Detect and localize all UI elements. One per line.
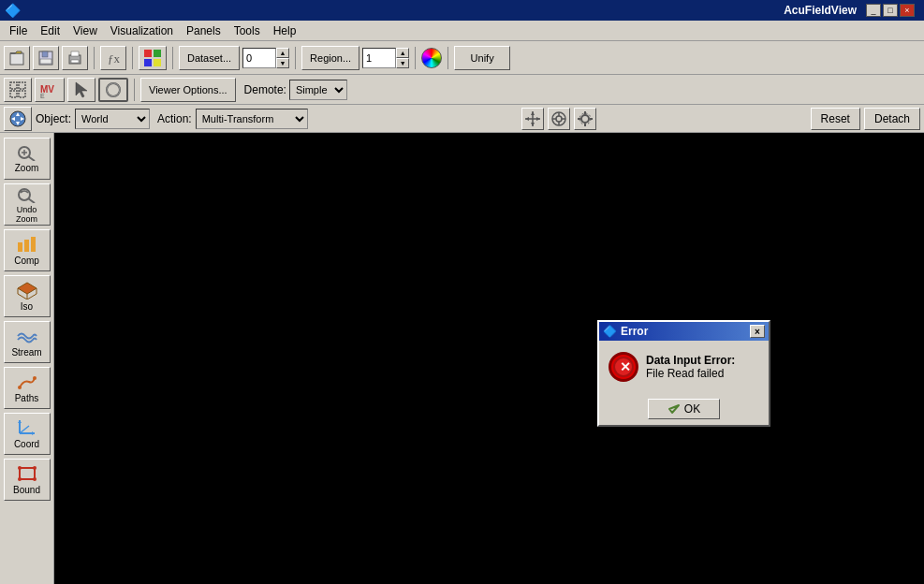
translate-icon[interactable] — [521, 108, 544, 130]
demote-select[interactable]: Simple Normal Full — [289, 80, 347, 100]
object-bar: Object: World Action: Multi-Transform Tr… — [0, 105, 924, 133]
dialog-title-icon: 🔷 — [603, 325, 617, 338]
open-file-btn[interactable] — [4, 46, 30, 70]
viewer-options-label: Viewer Options... — [149, 84, 227, 95]
palette-icon — [143, 49, 162, 67]
minimize-btn[interactable]: _ — [866, 4, 881, 17]
iso-label: Iso — [21, 301, 33, 312]
separator3 — [172, 47, 173, 69]
region-up-btn[interactable]: ▲ — [396, 48, 409, 58]
svg-marker-19 — [76, 82, 87, 97]
stream-btn[interactable]: Stream — [4, 321, 51, 363]
svg-point-72 — [33, 477, 37, 481]
menu-tools[interactable]: Tools — [228, 22, 266, 39]
unify-label: Unify — [471, 52, 494, 64]
svg-point-21 — [107, 83, 120, 96]
ok-btn[interactable]: OK — [648, 399, 720, 419]
select-btn[interactable] — [4, 78, 32, 102]
rotate-icon[interactable] — [548, 108, 570, 130]
function-btn[interactable]: ƒx — [100, 46, 126, 70]
region-btn[interactable]: Region... — [301, 46, 359, 70]
unify-btn[interactable]: Unify — [454, 46, 510, 70]
menu-view[interactable]: View — [67, 22, 103, 39]
demote-label: Demote: — [244, 83, 286, 96]
zoom-btn[interactable]: Zoom — [4, 138, 51, 180]
bound-label: Bound — [13, 485, 40, 495]
cursor-btn[interactable] — [67, 78, 95, 102]
svg-rect-11 — [144, 59, 152, 66]
circle-btn[interactable] — [98, 78, 128, 102]
reset-label: Reset — [821, 112, 850, 125]
save-btn[interactable] — [33, 46, 59, 70]
svg-rect-4 — [40, 59, 51, 64]
svg-marker-32 — [536, 117, 540, 121]
svg-marker-55 — [18, 283, 37, 294]
menu-edit[interactable]: Edit — [35, 22, 66, 39]
separator1 — [94, 47, 95, 69]
svg-rect-42 — [584, 124, 586, 126]
paths-btn[interactable]: Paths — [4, 367, 51, 409]
app-icon: 🔷 — [5, 3, 21, 18]
stream-label: Stream — [11, 347, 41, 358]
svg-rect-9 — [144, 50, 152, 57]
menu-help[interactable]: Help — [268, 22, 302, 39]
dataset-spinner: ▲ ▼ — [276, 48, 289, 68]
iso-icon — [16, 281, 38, 299]
error-line1: Data Input Error: — [646, 354, 735, 367]
dataset-down-btn[interactable]: ▼ — [276, 58, 289, 68]
dataset-up-btn[interactable]: ▲ — [276, 48, 289, 58]
coord-icon — [16, 418, 38, 437]
action-select[interactable]: Multi-Transform Transform Rotate — [196, 109, 308, 129]
cursor-icon — [72, 80, 91, 99]
title-bar: 🔷 AcuFieldView _ □ × — [0, 0, 924, 21]
close-icon: × — [755, 327, 760, 337]
svg-rect-44 — [590, 118, 593, 120]
dialog-close-btn[interactable]: × — [750, 325, 765, 338]
region-input[interactable] — [362, 48, 396, 68]
reset-btn[interactable]: Reset — [811, 108, 860, 130]
svg-rect-3 — [42, 51, 48, 57]
svg-marker-75 — [669, 405, 679, 413]
svg-point-62 — [33, 376, 37, 380]
dataset-input-group: ▲ ▼ — [242, 48, 289, 68]
svg-point-34 — [556, 116, 562, 122]
undo-zoom-btn[interactable]: UndoZoom — [4, 183, 51, 226]
dataset-btn[interactable]: Dataset... — [179, 46, 240, 70]
close-btn[interactable]: × — [900, 4, 915, 17]
svg-rect-43 — [578, 118, 580, 120]
multi-view-btn[interactable]: MV E — [35, 78, 65, 102]
menu-panels[interactable]: Panels — [181, 22, 227, 39]
dataset-input[interactable] — [242, 48, 276, 68]
svg-text:E: E — [40, 93, 45, 99]
action-label: Action: — [157, 112, 192, 125]
coord-label: Coord — [14, 439, 39, 449]
comp-icon — [16, 235, 38, 254]
print-icon — [66, 50, 83, 66]
palette-btn[interactable] — [139, 46, 167, 70]
object-nav-btn[interactable] — [4, 107, 32, 131]
maximize-btn[interactable]: □ — [883, 4, 898, 17]
coord-btn[interactable]: Coord — [4, 413, 51, 455]
separator5 — [415, 47, 416, 69]
bound-btn[interactable]: Bound — [4, 459, 51, 501]
undo-zoom-icon — [16, 186, 38, 203]
stream-icon — [16, 327, 38, 345]
dialog-title: Error — [621, 325, 648, 338]
canvas-area: 🔷 Error × ✕ Data Input Error: File Read … — [54, 133, 924, 584]
colormap-icon[interactable] — [421, 48, 442, 68]
region-down-btn[interactable]: ▼ — [396, 58, 409, 68]
settings-icon[interactable] — [574, 108, 596, 130]
svg-line-59 — [18, 294, 27, 299]
print-btn[interactable] — [62, 46, 88, 70]
object-select[interactable]: World — [75, 109, 150, 129]
comp-btn[interactable]: Comp — [4, 229, 51, 271]
svg-rect-16 — [19, 91, 25, 97]
svg-marker-30 — [531, 123, 535, 126]
iso-btn[interactable]: Iso — [4, 275, 51, 317]
detach-btn[interactable]: Detach — [864, 108, 920, 130]
menu-visualization[interactable]: Visualization — [105, 22, 179, 39]
svg-point-39 — [581, 115, 589, 123]
app-title: AcuFieldView — [784, 4, 857, 17]
menu-file[interactable]: File — [4, 22, 33, 39]
viewer-options-btn[interactable]: Viewer Options... — [140, 78, 236, 102]
